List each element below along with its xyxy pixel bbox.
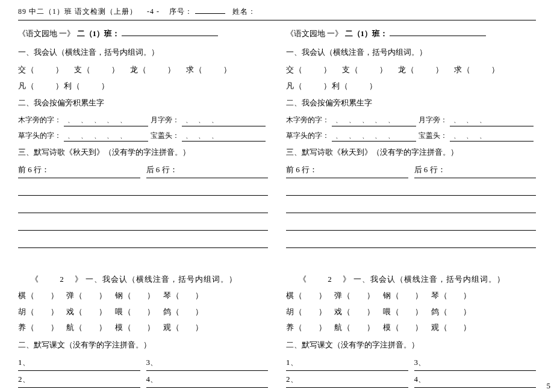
c: 求（ bbox=[186, 65, 203, 74]
c: ） bbox=[111, 65, 120, 74]
c: 龙（ bbox=[130, 65, 147, 74]
c: ） bbox=[415, 291, 423, 300]
b1r-row2: 凡（ ）利（ ） bbox=[286, 80, 536, 93]
blank: 、 、 、 bbox=[182, 115, 266, 126]
blank: 、 、 、 bbox=[450, 115, 534, 126]
c: ） bbox=[147, 291, 155, 300]
c: ） bbox=[463, 323, 472, 332]
c: 养（ bbox=[286, 323, 303, 332]
n1: 1、 bbox=[286, 358, 298, 367]
header-name-label: 姓名： bbox=[232, 7, 256, 16]
c: 龙（ bbox=[398, 65, 415, 74]
c: 戏（ bbox=[334, 307, 351, 316]
c: ） bbox=[367, 291, 375, 300]
block2-left: 《 2 》 一、我会认（横线注音，括号内组词。） 棋（ ） 弹（ ） 钢（ ） … bbox=[18, 270, 268, 390]
c: 支（ bbox=[342, 65, 359, 74]
b1-sec2: 二、我会按偏旁积累生字 bbox=[18, 97, 268, 110]
c: 鸽（ bbox=[431, 307, 448, 316]
blank: 、 、 、 bbox=[182, 131, 266, 142]
b1-sec1: 一、我会认（横线注音，括号内组词。） bbox=[18, 46, 268, 59]
b2-sec2: 二、默写课文（没有学的字注拼音。） bbox=[18, 339, 268, 352]
b2-open: 《 bbox=[31, 275, 39, 284]
c: ）利（ bbox=[55, 81, 81, 90]
header-page: -4 - bbox=[147, 7, 160, 16]
c: 棋（ bbox=[286, 291, 303, 300]
lbl: 宝盖头： bbox=[419, 130, 447, 142]
b1r-title-prefix: 《语文园地 一》 bbox=[286, 29, 343, 38]
c: ） bbox=[379, 65, 388, 74]
c: ） bbox=[435, 65, 444, 74]
c: 喂（ bbox=[115, 307, 132, 316]
c: ） bbox=[319, 291, 327, 300]
b1r-sec3: 三、默写诗歌《秋天到》（没有学的字注拼音。） bbox=[286, 146, 536, 159]
c: 琴（ bbox=[163, 291, 180, 300]
blank: 、 、 、 、 、 bbox=[64, 115, 148, 126]
b1-class-blank bbox=[122, 28, 218, 36]
line bbox=[286, 219, 536, 231]
c: 交（ bbox=[286, 65, 303, 74]
n1: 1、 bbox=[18, 358, 30, 367]
header-seq-label: 序号： bbox=[169, 7, 193, 16]
c: 凡（ bbox=[18, 81, 35, 90]
c: 航（ bbox=[334, 323, 351, 332]
lbl: 木字旁的字： bbox=[18, 114, 61, 126]
c: ） bbox=[55, 65, 64, 74]
b2r-r1: 棋（ ） 弹（ ） 钢（ ） 琴（ ） bbox=[286, 290, 536, 302]
header-school: 89 中二（1）班 语文检测（上册） bbox=[18, 7, 137, 16]
c: 模（ bbox=[115, 323, 132, 332]
b2r-close: 》 bbox=[343, 275, 351, 284]
c: 模（ bbox=[383, 323, 400, 332]
lbl: 月字旁： bbox=[151, 114, 179, 126]
c: ） bbox=[319, 307, 327, 316]
c: ） bbox=[195, 291, 204, 300]
c: 观（ bbox=[431, 323, 448, 332]
b2r-open: 《 bbox=[299, 275, 307, 284]
block1-left: 《语文园地 一》 二（1）班： 一、我会认（横线注音，括号内组词。） 交（ ） … bbox=[18, 28, 268, 254]
blank: 、 、 、 、 、 bbox=[64, 131, 148, 142]
c: ） bbox=[51, 291, 59, 300]
c: ）利（ bbox=[323, 81, 349, 90]
back6: 后 6 行： bbox=[414, 165, 446, 174]
lbl: 月字旁： bbox=[419, 114, 447, 126]
b1r-row1: 交（ ） 支（ ） 龙（ ） 求（ ） bbox=[286, 64, 536, 76]
back6: 后 6 行： bbox=[146, 165, 178, 174]
b2-r3: 养（ ） 航（ ） 模（ ） 观（ ） bbox=[18, 322, 268, 334]
page-number: 5 bbox=[547, 380, 551, 392]
b2r-num: 2 bbox=[328, 275, 332, 284]
b1r-class-blank bbox=[390, 28, 486, 36]
b1r-sec1: 一、我会认（横线注音，括号内组词。） bbox=[286, 46, 536, 59]
b2r-r3: 养（ ） 航（ ） 模（ ） 观（ ） bbox=[286, 322, 536, 334]
b1-row1: 交（ ） 支（ ） 龙（ ） 求（ ） bbox=[18, 64, 268, 76]
b1-sec3: 三、默写诗歌《秋天到》（没有学的字注拼音。） bbox=[18, 146, 268, 159]
blank: 、 、 、 、 、 bbox=[332, 131, 416, 142]
header-seq-blank bbox=[195, 6, 225, 14]
c: ） bbox=[147, 307, 155, 316]
line bbox=[18, 219, 268, 231]
line bbox=[18, 184, 268, 196]
c: ） bbox=[167, 65, 176, 74]
c: ） bbox=[101, 81, 110, 90]
b2r-sec2: 二、默写课文（没有学的字注拼音。） bbox=[286, 339, 536, 352]
c: 钢（ bbox=[383, 291, 400, 300]
b1-grass: 草字头的字： 、 、 、 、 、 宝盖头： 、 、 、 bbox=[18, 130, 268, 142]
n2: 2、 bbox=[18, 375, 30, 384]
c: 观（ bbox=[163, 323, 180, 332]
c: 胡（ bbox=[286, 307, 303, 316]
line bbox=[18, 237, 268, 248]
c: ） bbox=[463, 307, 472, 316]
b2r-r2: 胡（ ） 戏（ ） 喂（ ） 鸽（ ） bbox=[286, 306, 536, 319]
line bbox=[286, 184, 536, 196]
header-rule bbox=[18, 20, 536, 20]
b2-close: 》 bbox=[75, 275, 83, 284]
c: 凡（ bbox=[286, 81, 303, 90]
c: ） bbox=[223, 65, 232, 74]
blank: 、 、 、 、 、 bbox=[332, 115, 416, 126]
c: ） bbox=[99, 291, 107, 300]
c: ） bbox=[367, 323, 375, 332]
b2-sec1: 一、我会认（横线注音，括号内组词。） bbox=[86, 275, 237, 284]
c: 求（ bbox=[454, 65, 471, 74]
b2r-sec1: 一、我会认（横线注音，括号内组词。） bbox=[353, 275, 505, 284]
c: 弹（ bbox=[66, 291, 83, 300]
n4: 4、 bbox=[146, 375, 158, 384]
front6: 前 6 行： bbox=[286, 165, 317, 174]
